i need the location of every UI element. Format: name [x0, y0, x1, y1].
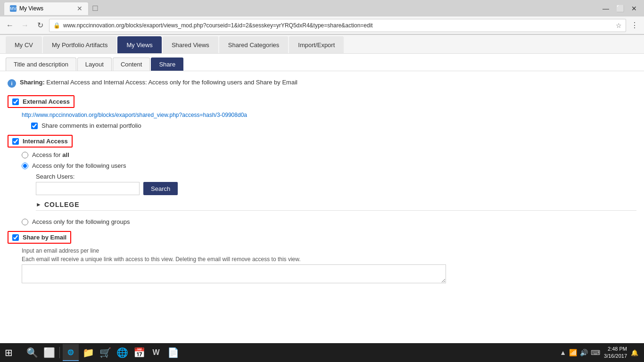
share-comments-checkbox[interactable] [31, 123, 38, 129]
external-access-row: External Access [8, 95, 636, 108]
subtab-layout[interactable]: Layout [77, 58, 112, 71]
start-button[interactable]: ⊞ [0, 343, 24, 362]
search-users-section: Search Users: Search [36, 173, 636, 195]
nav-tab-bar: My CV My Portfolio Artifacts My Views Sh… [0, 35, 644, 54]
taskbar-divider [59, 347, 60, 358]
external-access-label[interactable]: External Access [23, 98, 70, 105]
email-textarea[interactable] [22, 264, 446, 283]
tab-import-export[interactable]: Import/Export [289, 36, 344, 53]
subtab-share[interactable]: Share [151, 58, 183, 71]
systray-network-icon[interactable]: 📶 [569, 349, 577, 356]
taskbar-search-icon[interactable]: 🔍 [24, 344, 41, 361]
clock-time: 2:48 PM [604, 346, 627, 353]
systray: ▲ 📶 🔊 ⌨ [560, 349, 600, 356]
access-all-radio[interactable] [22, 152, 28, 158]
external-url: http://www.npccinnovation.org/blocks/exa… [22, 112, 636, 118]
minimize-button[interactable]: — [600, 2, 612, 15]
taskbar-clock[interactable]: 2:48 PM 3/16/2017 [604, 346, 627, 360]
external-access-box: External Access [8, 95, 74, 108]
tab-title: My Views [19, 5, 73, 12]
email-description-2: Each email will receive a unique link wi… [22, 256, 636, 263]
systray-expand-icon[interactable]: ▲ [560, 349, 566, 356]
taskbar-right-area: ▲ 📶 🔊 ⌨ 2:48 PM 3/16/2017 🔔 [560, 346, 644, 360]
url-text: www.npccinnovation.org/blocks/exaport/vi… [63, 22, 616, 29]
tab-my-portfolio-artifacts[interactable]: My Portfolio Artifacts [43, 36, 116, 53]
internal-access-label[interactable]: Internal Access [23, 138, 68, 145]
external-access-checkbox[interactable] [12, 99, 19, 105]
access-all-label: Access for all [32, 151, 69, 158]
taskbar-browser-app[interactable]: 🌐 [63, 344, 79, 361]
address-bar[interactable]: 🔒 www.npccinnovation.org/blocks/exaport/… [49, 19, 626, 32]
sharing-text: Sharing: External Access and Internal Ac… [20, 79, 297, 86]
internal-access-row: Internal Access [8, 135, 636, 148]
browser-menu-button[interactable]: ⋮ [629, 20, 640, 31]
forward-button[interactable]: → [19, 19, 31, 32]
college-title: COLLEGE [44, 201, 80, 208]
back-button[interactable]: ← [4, 19, 16, 32]
new-tab-button[interactable]: □ [89, 2, 102, 15]
taskbar-onenote-icon[interactable]: 📄 [165, 344, 182, 361]
taskbar: ⊞ 🔍 ⬜ 🌐 📁 🛒 🌐 📅 W 📄 ▲ 📶 🔊 ⌨ 2:48 PM 3/16… [0, 343, 644, 362]
main-content: i Sharing: External Access and Internal … [0, 71, 644, 361]
clock-date: 3/16/2017 [604, 353, 627, 360]
access-groups-radio[interactable] [22, 219, 28, 225]
access-all-row: Access for all [22, 151, 636, 158]
tab-favicon: MV [10, 5, 17, 12]
external-access-section: External Access http://www.npccinnovatio… [8, 95, 636, 129]
maximize-button[interactable]: ⬜ [614, 2, 626, 15]
taskbar-browser-label: 🌐 [67, 349, 74, 355]
systray-keyboard-icon[interactable]: ⌨ [591, 349, 600, 356]
systray-volume-icon[interactable]: 🔊 [580, 349, 588, 356]
share-by-email-checkbox[interactable] [12, 234, 19, 241]
college-header: ► COLLEGE [36, 201, 636, 211]
collapse-arrow-icon[interactable]: ► [36, 201, 41, 208]
share-by-email-row: Share by Email [8, 231, 636, 244]
taskbar-store-icon[interactable]: 🛒 [97, 344, 114, 361]
access-radio-group: Access for all Access only for the follo… [22, 151, 636, 225]
tab-close-button[interactable]: ✕ [77, 5, 83, 12]
notification-icon[interactable]: 🔔 [631, 349, 638, 356]
internal-access-checkbox[interactable] [12, 138, 19, 145]
info-icon: i [8, 79, 16, 88]
access-groups-row: Access only for the following groups [22, 218, 636, 225]
tab-shared-views[interactable]: Shared Views [163, 36, 218, 53]
tab-my-views[interactable]: My Views [117, 36, 161, 53]
search-users-input[interactable] [36, 182, 140, 195]
taskbar-calendar-icon[interactable]: 📅 [131, 344, 148, 361]
share-comments-row: Share comments in external portfolio [31, 122, 636, 129]
share-by-email-section: Share by Email Input an email address pe… [8, 231, 636, 285]
subtab-title-description[interactable]: Title and description [6, 58, 76, 71]
access-users-radio[interactable] [22, 163, 28, 169]
bookmark-button[interactable]: ☆ [616, 22, 622, 29]
search-input-row: Search [36, 182, 636, 195]
secure-icon: 🔒 [53, 22, 60, 29]
browser-tab[interactable]: MV My Views ✕ [4, 2, 89, 15]
taskbar-explorer-icon[interactable]: 📁 [80, 344, 97, 361]
tab-shared-categories[interactable]: Shared Categories [219, 36, 288, 53]
internal-access-box: Internal Access [8, 135, 73, 148]
internal-access-section: Internal Access Access for all Access on… [8, 135, 636, 225]
close-button[interactable]: ✕ [628, 2, 640, 15]
email-description-1: Input an email address per line [22, 247, 636, 254]
tab-my-cv[interactable]: My CV [6, 36, 42, 53]
share-comments-label[interactable]: Share comments in external portfolio [41, 122, 141, 129]
share-by-email-box: Share by Email [8, 231, 71, 244]
share-by-email-label[interactable]: Share by Email [23, 234, 66, 241]
college-section: ► COLLEGE [36, 201, 636, 211]
access-users-row: Access only for the following users [22, 162, 636, 169]
taskbar-word-icon[interactable]: W [148, 344, 165, 361]
taskbar-chrome-icon[interactable]: 🌐 [114, 344, 131, 361]
sub-tab-bar: Title and description Layout Content Sha… [0, 54, 644, 71]
access-users-label: Access only for the following users [32, 162, 126, 169]
access-groups-label: Access only for the following groups [32, 218, 130, 225]
search-button[interactable]: Search [143, 182, 178, 195]
search-users-label: Search Users: [36, 173, 636, 180]
taskbar-task-view-icon[interactable]: ⬜ [41, 344, 58, 361]
sharing-header: i Sharing: External Access and Internal … [8, 79, 636, 88]
subtab-content[interactable]: Content [113, 58, 150, 71]
refresh-button[interactable]: ↻ [34, 19, 46, 32]
